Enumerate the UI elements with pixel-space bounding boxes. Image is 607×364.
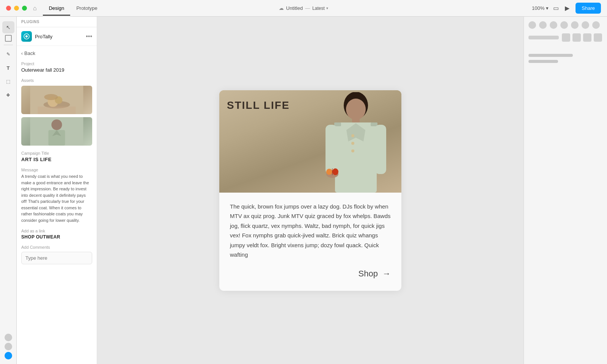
back-arrow-icon: ‹: [21, 51, 23, 56]
plugin-name: ProTally: [35, 34, 86, 39]
toolbar-bottom: [5, 334, 12, 359]
right-panel: [524, 17, 607, 364]
card-image-bg: STILL LIFE: [219, 90, 401, 193]
window-controls: [6, 6, 27, 11]
card-image: STILL LIFE: [219, 90, 401, 193]
plugins-label: PLUGINS: [21, 20, 92, 24]
shop-link[interactable]: Shop →: [359, 269, 391, 279]
plugin-logo: [21, 31, 32, 42]
right-panel-section: [528, 54, 602, 63]
right-bar-row-1: [528, 33, 602, 42]
r-circle-7: [592, 21, 600, 29]
svg-point-6: [44, 94, 58, 100]
add-link-value: SHOP OUTWEAR: [21, 234, 92, 240]
document-name: Untitled: [286, 5, 303, 11]
svg-point-1: [25, 35, 28, 38]
add-comments-label: Add Comments: [21, 245, 92, 249]
chevron-down-icon: ▾: [326, 6, 328, 10]
plugin-row: ProTally •••: [17, 27, 97, 46]
share-button[interactable]: Share: [576, 3, 601, 14]
bottom-tool-1[interactable]: [5, 334, 12, 341]
r-square-2: [572, 33, 581, 42]
right-panel-circles: [528, 21, 602, 29]
play-button[interactable]: ▶: [563, 5, 571, 12]
svg-rect-7: [38, 107, 76, 114]
assets-label: Assets: [21, 78, 92, 83]
back-label: Back: [24, 50, 35, 56]
shape-tool[interactable]: ⬚: [2, 75, 14, 88]
device-preview-icon[interactable]: ▭: [553, 5, 559, 12]
minimize-button[interactable]: [14, 6, 19, 11]
r-circle-4: [560, 21, 568, 29]
card-footer: Shop →: [230, 269, 391, 279]
right-detail-bar-1: [528, 54, 573, 57]
close-button[interactable]: [6, 6, 11, 11]
zoom-chevron-icon: ▾: [546, 5, 549, 11]
plugin-panel-header: PLUGINS: [17, 17, 97, 27]
nav-tabs: Design Prototype: [43, 1, 104, 16]
r-square-1: [562, 33, 570, 42]
zoom-value: 100%: [532, 5, 544, 11]
bottom-tool-2[interactable]: [5, 343, 12, 350]
canvas-area: STILL LIFE: [97, 17, 524, 364]
plugin-panel: PLUGINS ProTally ••• ‹ Back Project Oute…: [17, 17, 97, 364]
main-layout: ↖ ✎ T ⬚ ❖ PLUGINS ProTally •••: [0, 17, 607, 364]
campaign-title-label: Campaign Title: [21, 151, 92, 155]
shop-arrow-icon: →: [382, 269, 391, 279]
component-tool[interactable]: ❖: [2, 89, 14, 101]
right-detail-bar-2: [528, 60, 558, 63]
panel-content: ‹ Back Project Outerwear fall 2019 Asset…: [17, 46, 97, 364]
svg-rect-21: [371, 122, 377, 126]
card-body: The quick, brown fox jumps over a lazy d…: [219, 193, 401, 291]
asset-thumb-1[interactable]: [21, 86, 92, 114]
text-tool[interactable]: T: [2, 62, 14, 74]
project-value: Outerwear fall 2019: [21, 67, 92, 73]
version-label: Latest: [312, 6, 325, 11]
tab-design[interactable]: Design: [43, 1, 70, 16]
topbar: ⌂ Design Prototype ☁ Untitled — Latest ▾…: [0, 0, 607, 17]
svg-point-9: [52, 119, 62, 130]
r-circle-5: [571, 21, 579, 29]
asset-thumb-2[interactable]: [21, 117, 92, 146]
asset-image-1: [21, 86, 92, 114]
still-life-title: STILL LIFE: [227, 99, 290, 111]
svg-rect-22: [326, 125, 337, 174]
asset-image-2: [21, 117, 92, 146]
svg-point-18: [351, 142, 354, 145]
document-title-area: ☁ Untitled — Latest ▾: [279, 5, 328, 11]
maximize-button[interactable]: [22, 6, 27, 11]
svg-rect-23: [375, 125, 386, 174]
plugin-more-button[interactable]: •••: [86, 33, 92, 40]
pen-tool[interactable]: ✎: [2, 48, 14, 60]
person-illustration: [322, 92, 390, 193]
version-badge[interactable]: Latest ▾: [312, 6, 328, 11]
home-icon[interactable]: ⌂: [33, 5, 37, 12]
svg-point-13: [346, 99, 366, 120]
r-circle-3: [550, 21, 557, 29]
r-circle-2: [539, 21, 547, 29]
left-toolbar: ↖ ✎ T ⬚ ❖: [0, 17, 17, 364]
card-body-text: The quick, brown fox jumps over a lazy d…: [230, 202, 391, 260]
svg-rect-20: [334, 122, 341, 126]
project-label: Project: [21, 61, 92, 66]
select-tool[interactable]: ↖: [2, 21, 14, 33]
zoom-control[interactable]: 100% ▾: [532, 5, 549, 11]
cloud-icon: ☁: [279, 5, 284, 11]
r-circle-6: [582, 21, 589, 29]
r-circle-1: [528, 21, 536, 29]
shop-label: Shop: [359, 269, 378, 279]
right-squares: [562, 33, 602, 42]
back-button[interactable]: ‹ Back: [21, 50, 92, 56]
svg-point-26: [332, 168, 338, 175]
campaign-title-value: ART IS LIFE: [21, 157, 92, 162]
comments-input[interactable]: [21, 252, 92, 264]
svg-point-17: [351, 134, 354, 137]
message-label: Message: [21, 168, 92, 172]
tab-prototype[interactable]: Prototype: [70, 1, 104, 16]
bottom-tool-3[interactable]: [5, 352, 12, 359]
frame-tool[interactable]: [5, 35, 12, 42]
r-square-3: [583, 33, 591, 42]
message-text: A trendy coat is what you need to make a…: [21, 173, 92, 223]
asset-grid: [21, 86, 92, 146]
svg-point-19: [351, 149, 354, 152]
